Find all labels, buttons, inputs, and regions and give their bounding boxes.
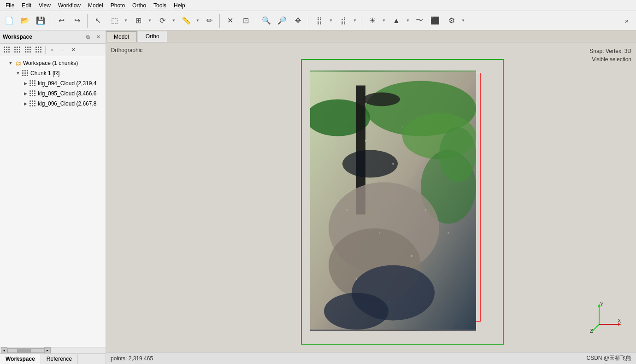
svg-point-14 bbox=[402, 127, 403, 128]
screenshot-button[interactable]: ⬛ bbox=[428, 13, 442, 28]
import-icon bbox=[14, 47, 21, 53]
rotate-dropdown[interactable]: ▼ bbox=[171, 13, 177, 28]
tree-cloud-2[interactable]: ▶ kig_095_Cloud (3,466,6 bbox=[0, 88, 106, 99]
tree-toggle-chunk[interactable]: ▼ bbox=[15, 70, 21, 76]
svg-text:Z: Z bbox=[590, 328, 593, 334]
measure-button[interactable]: 📏 bbox=[178, 13, 194, 28]
svg-point-22 bbox=[346, 209, 347, 211]
menu-edit[interactable]: Edit bbox=[18, 1, 35, 10]
tree-toggle-cloud1[interactable]: ▶ bbox=[22, 80, 29, 87]
axis-svg: Y Z X bbox=[590, 301, 622, 334]
rect-select-dropdown[interactable]: ▼ bbox=[123, 13, 129, 28]
status-points: points: 2,319,465 bbox=[111, 355, 153, 362]
tree-chunk-1[interactable]: ▼ Chunk 1 [R] bbox=[0, 68, 106, 78]
crop-button[interactable]: ⊡ bbox=[238, 13, 253, 28]
scroll-track[interactable] bbox=[7, 348, 44, 353]
viewport[interactable]: Orthographic Snap: Vertex, 3D Visible se… bbox=[106, 42, 636, 352]
menu-help[interactable]: Help bbox=[170, 1, 189, 10]
sidebar-add-chunk-btn[interactable] bbox=[2, 45, 12, 55]
transform-dropdown[interactable]: ▼ bbox=[147, 13, 153, 28]
color-dropdown[interactable]: ▼ bbox=[405, 13, 411, 28]
viewmode-dropdown[interactable]: ▼ bbox=[328, 13, 334, 28]
cloud1-icon bbox=[29, 79, 37, 88]
redo-button[interactable]: ↪ bbox=[70, 13, 84, 28]
delete-button[interactable]: ✕ bbox=[223, 13, 237, 28]
sidebar-settings-btn[interactable] bbox=[34, 45, 44, 55]
undo-button[interactable]: ↩ bbox=[54, 13, 69, 28]
menu-tools[interactable]: Tools bbox=[150, 1, 170, 10]
tree-workspace-root[interactable]: ▼ 🗂 Workspace (1 chunks) bbox=[0, 58, 106, 68]
point-cloud-container bbox=[310, 59, 485, 335]
tab-workspace[interactable]: Workspace bbox=[0, 354, 41, 364]
sidebar-header-icons: ⧉ ✕ bbox=[83, 32, 103, 41]
points-button[interactable]: ⣾ bbox=[335, 13, 352, 28]
menu-file[interactable]: File bbox=[2, 1, 18, 10]
menu-model[interactable]: Model bbox=[84, 1, 107, 10]
sep5 bbox=[308, 14, 308, 28]
points-group: ⣾ ▼ bbox=[335, 13, 358, 28]
lighting-button[interactable]: ☀ bbox=[364, 13, 381, 28]
lighting-dropdown[interactable]: ▼ bbox=[381, 13, 387, 28]
new-button[interactable]: 📄 bbox=[2, 13, 17, 28]
cloud1-label: kig_094_Cloud (2,319,4 bbox=[38, 80, 96, 87]
sidebar: Workspace ⧉ ✕ bbox=[0, 30, 106, 364]
point-cloud-svg bbox=[310, 70, 476, 331]
measure-dropdown[interactable]: ▼ bbox=[194, 13, 201, 28]
sidebar-import-btn[interactable] bbox=[12, 45, 23, 55]
sidebar-export-btn[interactable] bbox=[23, 45, 33, 55]
status-credit: CSDN @天桥飞熊 bbox=[586, 354, 631, 362]
tab-ortho[interactable]: Ortho bbox=[138, 31, 167, 42]
pan-button[interactable]: ✥ bbox=[290, 13, 305, 28]
tree-toggle-workspace[interactable]: ▼ bbox=[7, 60, 14, 66]
stereo-button[interactable]: 〜 bbox=[412, 13, 427, 28]
more-button[interactable]: » bbox=[619, 13, 634, 28]
settings-button[interactable]: ⚙ bbox=[443, 13, 460, 28]
rotate-button[interactable]: ⟳ bbox=[154, 13, 171, 28]
save-button[interactable]: 💾 bbox=[33, 13, 48, 28]
menu-view[interactable]: View bbox=[35, 1, 54, 10]
menu-workflow[interactable]: Workflow bbox=[54, 1, 84, 10]
content-tabs: Model Ortho bbox=[106, 30, 636, 42]
measure-group: 📏 ▼ bbox=[178, 13, 201, 28]
axis-indicator: Y Z X bbox=[590, 301, 618, 329]
tab-reference[interactable]: Reference bbox=[41, 354, 78, 364]
scroll-thumb[interactable] bbox=[17, 349, 31, 352]
scroll-right[interactable]: ▸ bbox=[44, 347, 51, 354]
svg-point-12 bbox=[324, 293, 389, 330]
svg-point-19 bbox=[355, 278, 357, 280]
chunk-label: Chunk 1 [R] bbox=[30, 70, 59, 76]
close-panel-button[interactable]: ✕ bbox=[94, 32, 103, 41]
color-button[interactable]: ▲ bbox=[388, 13, 405, 28]
menu-photo[interactable]: Photo bbox=[107, 1, 129, 10]
tree-toggle-cloud3[interactable]: ▶ bbox=[22, 100, 29, 107]
sidebar-header: Workspace ⧉ ✕ bbox=[0, 30, 106, 44]
scroll-left[interactable]: ◂ bbox=[1, 347, 7, 354]
settings-dropdown[interactable]: ▼ bbox=[460, 13, 466, 28]
svg-point-17 bbox=[379, 233, 380, 234]
viewmode-group: ⣿ ▼ bbox=[311, 13, 334, 28]
sidebar-scrollbar[interactable]: ◂ ▸ bbox=[0, 347, 106, 353]
tab-model[interactable]: Model bbox=[106, 31, 137, 42]
sep6 bbox=[361, 14, 361, 28]
points-dropdown[interactable]: ▼ bbox=[352, 13, 358, 28]
tree-toggle-cloud2[interactable]: ▶ bbox=[22, 90, 29, 97]
restore-button[interactable]: ⧉ bbox=[83, 32, 93, 41]
zoom-in-button[interactable]: 🔍 bbox=[259, 13, 274, 28]
point-cloud-visual bbox=[310, 70, 476, 331]
workspace-tree[interactable]: ▼ 🗂 Workspace (1 chunks) ▼ Ch bbox=[0, 56, 106, 347]
sep3 bbox=[219, 14, 220, 28]
tree-cloud-3[interactable]: ▶ kig_096_Cloud (2,667,8 bbox=[0, 99, 106, 109]
clip-button[interactable]: ✏ bbox=[202, 13, 217, 28]
rect-select-button[interactable]: ⬚ bbox=[106, 13, 123, 28]
transform-button[interactable]: ⊞ bbox=[130, 13, 147, 28]
menu-ortho[interactable]: Ortho bbox=[129, 1, 150, 10]
open-button[interactable]: 📂 bbox=[18, 13, 32, 28]
zoom-out-button[interactable]: 🔎 bbox=[275, 13, 289, 28]
viewmode-button[interactable]: ⣿ bbox=[311, 13, 328, 28]
settings-grid-icon bbox=[35, 47, 42, 53]
select-button[interactable]: ↖ bbox=[90, 13, 105, 28]
snap-visible-label: Visible selection bbox=[589, 55, 631, 64]
sidebar-tabs: Workspace Reference bbox=[0, 353, 106, 364]
tree-cloud-1[interactable]: ▶ kig_094_Cloud (2,319,4 bbox=[0, 78, 106, 88]
sidebar-close-btn[interactable]: ✕ bbox=[68, 45, 78, 55]
